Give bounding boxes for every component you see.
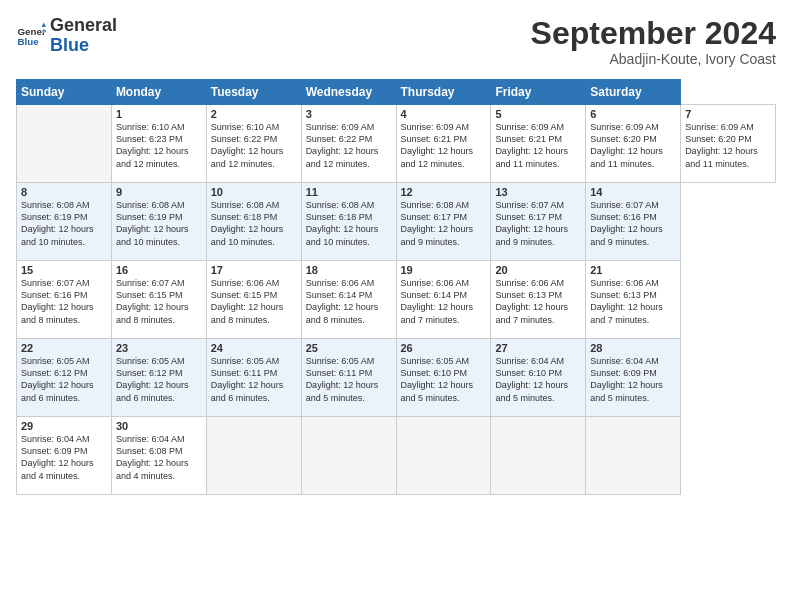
day-number: 28: [590, 342, 676, 354]
day-number: 9: [116, 186, 202, 198]
location-subtitle: Abadjin-Koute, Ivory Coast: [531, 51, 776, 67]
calendar-cell: 29Sunrise: 6:04 AMSunset: 6:09 PMDayligh…: [17, 417, 112, 495]
calendar-cell: 18Sunrise: 6:06 AMSunset: 6:14 PMDayligh…: [301, 261, 396, 339]
cell-details: Sunrise: 6:07 AMSunset: 6:15 PMDaylight:…: [116, 277, 202, 326]
day-number: 7: [685, 108, 771, 120]
day-number: 14: [590, 186, 676, 198]
calendar-cell: [301, 417, 396, 495]
cell-details: Sunrise: 6:07 AMSunset: 6:16 PMDaylight:…: [590, 199, 676, 248]
cell-details: Sunrise: 6:05 AMSunset: 6:12 PMDaylight:…: [116, 355, 202, 404]
day-number: 11: [306, 186, 392, 198]
calendar-cell: 12Sunrise: 6:08 AMSunset: 6:17 PMDayligh…: [396, 183, 491, 261]
day-number: 27: [495, 342, 581, 354]
day-number: 29: [21, 420, 107, 432]
day-number: 22: [21, 342, 107, 354]
day-number: 19: [401, 264, 487, 276]
week-row-2: 8Sunrise: 6:08 AMSunset: 6:19 PMDaylight…: [17, 183, 776, 261]
empty-cell: [17, 105, 112, 183]
calendar-cell: 1Sunrise: 6:10 AMSunset: 6:23 PMDaylight…: [111, 105, 206, 183]
title-block: September 2024 Abadjin-Koute, Ivory Coas…: [531, 16, 776, 67]
day-number: 24: [211, 342, 297, 354]
calendar-cell: [396, 417, 491, 495]
day-number: 10: [211, 186, 297, 198]
svg-text:General: General: [18, 25, 47, 36]
cell-details: Sunrise: 6:10 AMSunset: 6:23 PMDaylight:…: [116, 121, 202, 170]
day-number: 3: [306, 108, 392, 120]
logo-icon: General Blue: [16, 21, 46, 51]
cell-details: Sunrise: 6:08 AMSunset: 6:18 PMDaylight:…: [306, 199, 392, 248]
calendar-cell: 17Sunrise: 6:06 AMSunset: 6:15 PMDayligh…: [206, 261, 301, 339]
calendar-cell: 13Sunrise: 6:07 AMSunset: 6:17 PMDayligh…: [491, 183, 586, 261]
day-number: 23: [116, 342, 202, 354]
day-number: 21: [590, 264, 676, 276]
calendar-cell: 9Sunrise: 6:08 AMSunset: 6:19 PMDaylight…: [111, 183, 206, 261]
day-number: 1: [116, 108, 202, 120]
calendar-cell: 28Sunrise: 6:04 AMSunset: 6:09 PMDayligh…: [586, 339, 681, 417]
calendar-cell: 2Sunrise: 6:10 AMSunset: 6:22 PMDaylight…: [206, 105, 301, 183]
col-header-monday: Monday: [111, 80, 206, 105]
calendar-table: SundayMondayTuesdayWednesdayThursdayFrid…: [16, 79, 776, 495]
week-row-3: 15Sunrise: 6:07 AMSunset: 6:16 PMDayligh…: [17, 261, 776, 339]
cell-details: Sunrise: 6:09 AMSunset: 6:21 PMDaylight:…: [495, 121, 581, 170]
cell-details: Sunrise: 6:06 AMSunset: 6:15 PMDaylight:…: [211, 277, 297, 326]
calendar-cell: [491, 417, 586, 495]
cell-details: Sunrise: 6:09 AMSunset: 6:22 PMDaylight:…: [306, 121, 392, 170]
day-number: 2: [211, 108, 297, 120]
col-header-saturday: Saturday: [586, 80, 681, 105]
cell-details: Sunrise: 6:05 AMSunset: 6:11 PMDaylight:…: [306, 355, 392, 404]
day-number: 16: [116, 264, 202, 276]
cell-details: Sunrise: 6:10 AMSunset: 6:22 PMDaylight:…: [211, 121, 297, 170]
week-row-5: 29Sunrise: 6:04 AMSunset: 6:09 PMDayligh…: [17, 417, 776, 495]
cell-details: Sunrise: 6:06 AMSunset: 6:13 PMDaylight:…: [590, 277, 676, 326]
cell-details: Sunrise: 6:09 AMSunset: 6:20 PMDaylight:…: [685, 121, 771, 170]
calendar-cell: [586, 417, 681, 495]
week-row-1: 1Sunrise: 6:10 AMSunset: 6:23 PMDaylight…: [17, 105, 776, 183]
cell-details: Sunrise: 6:09 AMSunset: 6:21 PMDaylight:…: [401, 121, 487, 170]
col-header-sunday: Sunday: [17, 80, 112, 105]
cell-details: Sunrise: 6:06 AMSunset: 6:14 PMDaylight:…: [401, 277, 487, 326]
calendar-cell: 10Sunrise: 6:08 AMSunset: 6:18 PMDayligh…: [206, 183, 301, 261]
logo-text: GeneralBlue: [50, 16, 117, 56]
cell-details: Sunrise: 6:06 AMSunset: 6:14 PMDaylight:…: [306, 277, 392, 326]
day-number: 5: [495, 108, 581, 120]
col-header-friday: Friday: [491, 80, 586, 105]
page-container: General Blue GeneralBlue September 2024 …: [0, 0, 792, 503]
cell-details: Sunrise: 6:09 AMSunset: 6:20 PMDaylight:…: [590, 121, 676, 170]
calendar-cell: 26Sunrise: 6:05 AMSunset: 6:10 PMDayligh…: [396, 339, 491, 417]
col-header-thursday: Thursday: [396, 80, 491, 105]
cell-details: Sunrise: 6:07 AMSunset: 6:16 PMDaylight:…: [21, 277, 107, 326]
cell-details: Sunrise: 6:05 AMSunset: 6:10 PMDaylight:…: [401, 355, 487, 404]
header-row: SundayMondayTuesdayWednesdayThursdayFrid…: [17, 80, 776, 105]
col-header-wednesday: Wednesday: [301, 80, 396, 105]
svg-marker-2: [42, 22, 47, 27]
col-header-tuesday: Tuesday: [206, 80, 301, 105]
calendar-cell: 15Sunrise: 6:07 AMSunset: 6:16 PMDayligh…: [17, 261, 112, 339]
cell-details: Sunrise: 6:04 AMSunset: 6:10 PMDaylight:…: [495, 355, 581, 404]
cell-details: Sunrise: 6:04 AMSunset: 6:08 PMDaylight:…: [116, 433, 202, 482]
day-number: 30: [116, 420, 202, 432]
cell-details: Sunrise: 6:05 AMSunset: 6:11 PMDaylight:…: [211, 355, 297, 404]
cell-details: Sunrise: 6:08 AMSunset: 6:18 PMDaylight:…: [211, 199, 297, 248]
calendar-cell: 7Sunrise: 6:09 AMSunset: 6:20 PMDaylight…: [681, 105, 776, 183]
day-number: 20: [495, 264, 581, 276]
day-number: 8: [21, 186, 107, 198]
calendar-cell: 8Sunrise: 6:08 AMSunset: 6:19 PMDaylight…: [17, 183, 112, 261]
calendar-cell: 4Sunrise: 6:09 AMSunset: 6:21 PMDaylight…: [396, 105, 491, 183]
page-header: General Blue GeneralBlue September 2024 …: [16, 16, 776, 67]
cell-details: Sunrise: 6:04 AMSunset: 6:09 PMDaylight:…: [21, 433, 107, 482]
calendar-cell: 6Sunrise: 6:09 AMSunset: 6:20 PMDaylight…: [586, 105, 681, 183]
calendar-cell: 11Sunrise: 6:08 AMSunset: 6:18 PMDayligh…: [301, 183, 396, 261]
day-number: 15: [21, 264, 107, 276]
calendar-cell: 30Sunrise: 6:04 AMSunset: 6:08 PMDayligh…: [111, 417, 206, 495]
day-number: 25: [306, 342, 392, 354]
calendar-cell: 3Sunrise: 6:09 AMSunset: 6:22 PMDaylight…: [301, 105, 396, 183]
calendar-cell: 27Sunrise: 6:04 AMSunset: 6:10 PMDayligh…: [491, 339, 586, 417]
calendar-cell: 24Sunrise: 6:05 AMSunset: 6:11 PMDayligh…: [206, 339, 301, 417]
day-number: 4: [401, 108, 487, 120]
cell-details: Sunrise: 6:06 AMSunset: 6:13 PMDaylight:…: [495, 277, 581, 326]
day-number: 18: [306, 264, 392, 276]
day-number: 12: [401, 186, 487, 198]
calendar-cell: 14Sunrise: 6:07 AMSunset: 6:16 PMDayligh…: [586, 183, 681, 261]
calendar-cell: 22Sunrise: 6:05 AMSunset: 6:12 PMDayligh…: [17, 339, 112, 417]
svg-text:Blue: Blue: [18, 36, 40, 47]
